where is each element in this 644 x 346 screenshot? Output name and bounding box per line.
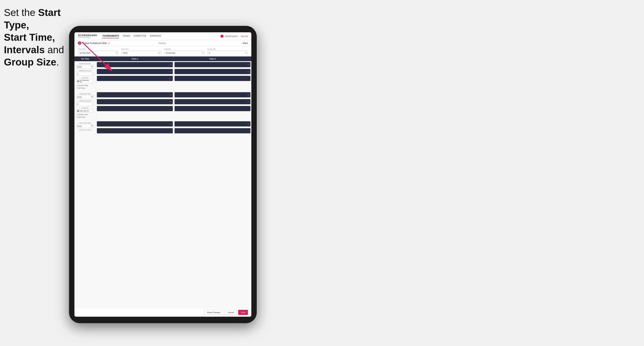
course-tag-1: (A) Peachtree GC × (76, 79, 94, 83)
group-row-2: STARTING TIME: 10:10 ⏰ STARTING HOLE: 1 … (74, 91, 251, 120)
team2-slot-1a: × ⊙ (174, 62, 250, 67)
remove-group-2[interactable]: ○ Remove Group (76, 113, 94, 116)
team1-slot-3a: × ⊙ (97, 121, 173, 127)
team2-slot-expand-3a[interactable]: × (246, 123, 248, 125)
course-tag-2: East Lake GC × (76, 109, 94, 112)
team2-slot-expand-3b[interactable]: — (248, 130, 250, 132)
starting-time-input-2[interactable]: 10:10 ⏰ (76, 95, 94, 99)
slot-expand-1b[interactable]: × (169, 71, 170, 73)
team2-slot-2b: × ⊙ (174, 99, 250, 104)
starting-time-input-3[interactable]: 10:20 ⏰ (76, 124, 94, 128)
team2-slot-expand-2b[interactable]: × (246, 101, 248, 103)
user-avatar (220, 35, 224, 38)
team2-slot-1b: × ⊙ (174, 69, 250, 74)
instruction-panel: Set the Start Type,Start Time,Intervals … (4, 6, 66, 68)
slot-expand-2b[interactable]: × (169, 101, 170, 103)
start-time-label: Start Time (121, 48, 162, 50)
course-name-2: East Lake GC (80, 110, 89, 112)
slot-more-1a[interactable]: ⊙ (170, 64, 172, 66)
team2-slot-2a: × ⊙ (174, 92, 250, 97)
remove-group-1[interactable]: ○ Remove Group (76, 84, 94, 86)
team2-slot-expand-1a[interactable]: × (246, 64, 248, 66)
slot-more-3a[interactable]: ⊙ (170, 123, 172, 125)
intervals-group: Intervals 10 Minutes (164, 48, 205, 55)
remove-icon-2: ○ (76, 113, 77, 116)
slot-expand-3a[interactable]: × (169, 123, 170, 125)
intervals-select[interactable]: 10 Minutes (164, 51, 205, 55)
course-icon-2 (77, 110, 79, 112)
team2-slot-more-2a[interactable]: ⊙ (248, 94, 250, 96)
course-remove-1[interactable]: × (92, 80, 93, 82)
slot-actions-1b: × ⊙ (169, 71, 172, 73)
start-time-value: 10:00 (122, 52, 128, 54)
add-group-label-1: Add Group (78, 87, 85, 89)
slot-more-1c[interactable]: ⊙ (170, 78, 172, 79)
back-button[interactable]: ‹ Back (242, 42, 248, 44)
slot-more-2a[interactable]: ⊙ (170, 94, 172, 96)
user-email: blair@clippd.io (225, 35, 238, 37)
group-size-label: Group Size (207, 48, 248, 50)
team1-col-2: × ⊙ × ⊙ (96, 91, 174, 120)
add-group-2[interactable]: + Add Group (76, 116, 94, 118)
sign-out-link[interactable]: Sign out (241, 35, 248, 37)
starting-time-label-3: STARTING TIME: (76, 122, 94, 124)
nav-user-area: blair@clippd.io | Sign out (220, 35, 248, 38)
slot-expand-3b[interactable]: — (170, 130, 172, 132)
add-group-1[interactable]: + Add Group (76, 87, 94, 89)
back-arrow-icon: ‹ (242, 42, 242, 44)
add-icon-2: + (76, 116, 77, 118)
team2-slot-actions-1b: × ⊙ (246, 71, 250, 73)
team1-slot-2c (97, 106, 173, 111)
course-remove-2[interactable]: × (92, 110, 93, 112)
team2-col-1: × ⊙ × ⊙ (174, 61, 251, 91)
instruction-text: Set the Start Type,Start Time,Intervals … (4, 6, 66, 68)
start-time-input[interactable]: 10:00 🕐 (121, 51, 162, 55)
course-label-2: COURSE: (76, 107, 94, 109)
slot-expand-2a[interactable]: × (169, 94, 170, 96)
team2-slot-expand-2a[interactable]: × (246, 94, 248, 96)
slot-actions-3a: × ⊙ (169, 123, 172, 125)
team2-slot-more-2b[interactable]: ⊙ (248, 101, 250, 103)
team2-col-2: × ⊙ × ⊙ (174, 91, 251, 120)
hosting-label: Hosting (158, 42, 166, 44)
course-label-1: COURSE: (76, 77, 94, 79)
team2-slot-actions-2a: × ⊙ (246, 94, 250, 96)
starting-hole-value-2: 1 (77, 103, 78, 105)
starting-time-label-2: STARTING TIME: (76, 93, 94, 95)
slot-more-1b[interactable]: ⊙ (170, 71, 172, 73)
starting-hole-label-2: STARTING HOLE: (76, 100, 94, 102)
slot-actions-1c: × ⊙ (169, 78, 172, 79)
group-actions-1: ○ Remove Group + Add Group (76, 84, 94, 89)
starting-hole-input-2[interactable]: 1 ▲▼ (76, 102, 94, 106)
group-size-group: Group Size 3 (207, 48, 248, 55)
time-clock-icon-3: ⏰ (91, 125, 93, 127)
table-body: STARTING TIME: 10:00 ⏰ STARTING HOLE: 1 … (74, 61, 251, 308)
team2-slot-more-3a[interactable]: ⊙ (248, 123, 250, 125)
team2-slot-expand-1b[interactable]: × (246, 71, 248, 73)
team2-slot-more-1b[interactable]: ⊙ (248, 71, 250, 73)
team2-slot-actions-2b: × ⊙ (246, 101, 250, 103)
starting-time-value-2: 10:10 (77, 96, 82, 98)
slot-actions-2b: × ⊙ (169, 101, 172, 103)
intervals-label: Intervals (164, 48, 205, 50)
svg-line-1 (82, 42, 112, 71)
tee-col-2: STARTING TIME: 10:10 ⏰ STARTING HOLE: 1 … (74, 91, 96, 120)
tab-rankings[interactable]: RANKINGS (150, 34, 161, 38)
save-button[interactable]: Save (238, 310, 248, 315)
tab-teams[interactable]: TEAMS (122, 34, 130, 38)
team2-slot-2c (174, 106, 250, 111)
team2-slot-more-1a[interactable]: ⊙ (248, 64, 250, 66)
starting-hole-label-3: STARTING HOLE: (76, 129, 94, 131)
tab-committee[interactable]: COMMITTEE (134, 34, 146, 38)
reset-changes-button[interactable]: Reset Changes (204, 310, 223, 315)
slot-expand-1a[interactable]: × (169, 64, 170, 66)
slot-expand-1c[interactable]: × (169, 78, 170, 79)
slot-actions-2a: × ⊙ (169, 94, 172, 96)
logo-title: SCOREBOARD (78, 34, 97, 37)
add-group-label-2: Add Group (78, 116, 85, 118)
col-team2: Team 2 (174, 56, 252, 61)
group-size-select[interactable]: 3 (207, 51, 248, 55)
slot-actions-3b: — (170, 130, 172, 132)
slot-more-2b[interactable]: ⊙ (170, 101, 172, 103)
cancel-button[interactable]: Cancel (225, 310, 236, 315)
